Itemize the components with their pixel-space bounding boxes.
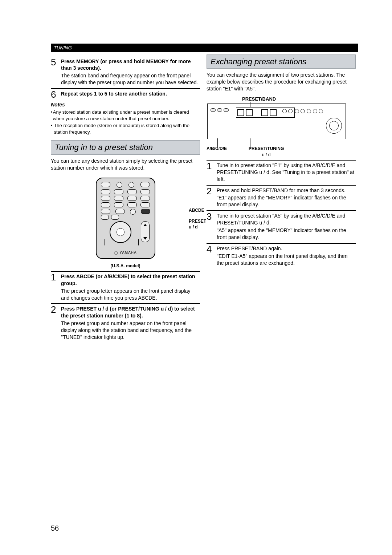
notes-heading: Notes [51, 101, 200, 108]
exchange-section-intro: You can exchange the assignment of two p… [207, 72, 356, 92]
remote-model-note: (U.S.A. model) [51, 263, 200, 269]
label-abcde: ABCDE [189, 207, 204, 213]
rstep-1-text: Tune in to preset station "E1" by using … [217, 162, 356, 183]
step-2-tune: 2 Press PRESET u / d (or PRESET/TUNING u… [51, 303, 200, 340]
panel-label-preset-tuning: PRESET/TUNING [249, 146, 284, 151]
rstep-3-text: Tune in to preset station "A5" by using … [217, 212, 356, 226]
step-number: 4 [207, 244, 217, 267]
left-column: 5 Press MEMORY (or press and hold MEMORY… [51, 54, 200, 341]
step-2-expl: The preset group and number appear on th… [61, 320, 200, 341]
dpad-icon [110, 221, 131, 243]
step-number: 5 [51, 57, 61, 86]
step-number: 1 [51, 272, 61, 301]
rstep-4-text: Press PRESET/BAND again. [217, 245, 356, 252]
rstep-3-text2: "A5" appears and the "MEMORY" indicator … [217, 227, 356, 241]
panel-bottom-labels: A/B/C/D/E PRESET/TUNING u / d [207, 146, 356, 157]
panel-label-abcde: A/B/C/D/E [207, 146, 227, 151]
step-2-title: Press PRESET u / d (or PRESET/TUNING u /… [61, 305, 200, 319]
manual-page: TUNING 5 Press MEMORY (or press and hold… [0, 0, 392, 555]
step-number: 1 [207, 161, 217, 183]
exchange-section-title: Exchanging preset stations [207, 54, 356, 69]
note-2: •The reception mode (stereo or monaural)… [51, 122, 200, 135]
two-column-layout: 5 Press MEMORY (or press and hold MEMORY… [51, 54, 356, 341]
note-1: •Any stored station data existing under … [51, 109, 200, 122]
front-panel-illustration: PRESET/BAND [207, 96, 356, 158]
step-1-title: Press ABCDE (or A/B/C/D/E) to select the… [61, 273, 200, 287]
front-panel-box [207, 104, 346, 139]
tuning-section-intro: You can tune any desired station simply … [51, 158, 200, 171]
rstep-1: 1 Tune in to preset station "E1" by usin… [207, 160, 356, 183]
remote-illustration: YAMAHA ABCDE PRESET u / d [51, 177, 200, 260]
panel-label-updown: u / d [262, 152, 270, 157]
section-header-bar: TUNING [51, 44, 358, 52]
step-5-expl: The station band and frequency appear on… [61, 72, 200, 86]
step-1-tune: 1 Press ABCDE (or A/B/C/D/E) to select t… [51, 271, 200, 301]
tuning-section-title: Tuning in to a preset station [51, 140, 200, 155]
label-preset: PRESET u / d [189, 218, 206, 230]
rstep-2-text2: "E1" appears and the "MEMORY" indicator … [217, 194, 356, 208]
step-5: 5 Press MEMORY (or press and hold MEMORY… [51, 57, 200, 86]
step-6: 6 Repeat steps 1 to 5 to store another s… [51, 88, 200, 99]
step-number: 2 [51, 304, 61, 340]
page-number: 56 [51, 523, 59, 533]
remote-brand: YAMAHA [97, 250, 155, 255]
step-number: 3 [207, 211, 217, 241]
step-5-title: Press MEMORY (or press and hold MEMORY f… [61, 58, 200, 72]
rstep-3: 3 Tune in to preset station "A5" by usin… [207, 210, 356, 241]
step-number: 6 [51, 89, 61, 99]
step-number: 2 [207, 186, 217, 208]
rstep-2-text: Press and hold PRESET/BAND for more than… [217, 187, 356, 194]
rstep-4: 4 Press PRESET/BAND again. "EDIT E1-A5" … [207, 243, 356, 267]
panel-knob-icon [326, 118, 342, 134]
rstep-2: 2 Press and hold PRESET/BAND for more th… [207, 185, 356, 208]
remote-body: YAMAHA [96, 178, 155, 259]
panel-caption: PRESET/BAND [242, 96, 356, 102]
volume-rocker-icon [141, 221, 150, 242]
step-1-expl: The preset group letter appears on the f… [61, 288, 200, 301]
step-6-title: Repeat steps 1 to 5 to store another sta… [61, 90, 200, 97]
right-column: Exchanging preset stations You can excha… [207, 54, 356, 341]
rstep-4-text2: "EDIT E1-A5" appears on the front panel … [217, 253, 356, 267]
